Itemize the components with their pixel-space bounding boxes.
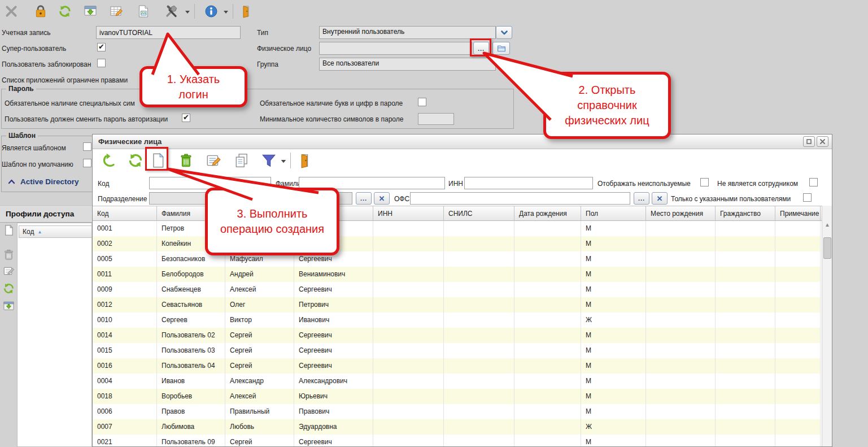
- new-record-icon[interactable]: [3, 224, 15, 236]
- filter-icon[interactable]: [261, 153, 277, 168]
- only-with-users-checkbox[interactable]: [803, 193, 812, 202]
- report-icon[interactable]: [137, 5, 150, 18]
- table-cell: [514, 328, 581, 343]
- tools-icon[interactable]: [165, 5, 178, 18]
- table-cell: М: [581, 404, 646, 419]
- must-change-checkbox[interactable]: [182, 114, 190, 122]
- undo-icon[interactable]: [101, 153, 117, 168]
- table-cell: Любовь: [225, 419, 294, 435]
- group-input[interactable]: Все пользователи: [319, 58, 496, 71]
- tools-dropdown-icon[interactable]: [184, 5, 191, 18]
- profiles-code-column-header[interactable]: Код ▲: [19, 225, 92, 238]
- table-row[interactable]: 0018ВоробьевАлексейЮрьевичМ: [93, 389, 821, 404]
- column-header[interactable]: Место рождения: [646, 206, 716, 221]
- maximize-button[interactable]: [803, 136, 815, 147]
- table-cell: Петрович: [294, 297, 373, 313]
- info-icon[interactable]: [204, 5, 218, 18]
- grid-save-icon[interactable]: [84, 5, 97, 18]
- person-open-button[interactable]: [492, 42, 510, 55]
- ofs-browse-button[interactable]: ...: [634, 192, 649, 205]
- table-row[interactable]: 0016Пользователь 04СергейСергеевичМ: [93, 358, 821, 374]
- department-label: Подразделение: [98, 195, 147, 203]
- table-cell: [716, 435, 775, 447]
- refresh-list-icon[interactable]: [3, 283, 15, 294]
- table-row[interactable]: 0021Пользователь 09СергейСергеевичМ: [93, 435, 821, 447]
- type-dropdown-button[interactable]: [496, 26, 512, 39]
- active-directory-section[interactable]: Active Directory: [8, 177, 79, 186]
- table-cell: [646, 328, 716, 343]
- table-row[interactable]: 0004ИвановАлександрАлександровичМ: [93, 374, 821, 389]
- edit-icon[interactable]: [206, 153, 221, 168]
- is-template-checkbox[interactable]: [83, 142, 91, 151]
- table-row[interactable]: 0010СергеевВикторИвановичЖ: [93, 313, 821, 328]
- filter-dropdown-icon[interactable]: [280, 153, 287, 168]
- edit-record-icon[interactable]: [3, 265, 15, 277]
- profiles-list[interactable]: [17, 223, 92, 447]
- table-row[interactable]: 0012СевастьяновОлегПетровичМ: [93, 297, 821, 313]
- table-cell: М: [581, 221, 646, 236]
- table-row[interactable]: 0001ПетровМ: [93, 221, 821, 236]
- close-icon[interactable]: [5, 5, 18, 18]
- department-clear-button[interactable]: ✕: [374, 192, 390, 205]
- scroll-up-icon[interactable]: ▲: [823, 222, 831, 231]
- persons-dialog-titlebar[interactable]: Физические лица: [93, 134, 832, 149]
- scrollbar-thumb[interactable]: [823, 237, 831, 259]
- letters-digits-checkbox[interactable]: [418, 98, 426, 106]
- table-cell: [373, 358, 444, 374]
- default-template-checkbox[interactable]: [83, 159, 91, 167]
- refresh-icon[interactable]: [58, 5, 72, 18]
- ofs-input[interactable]: [410, 192, 630, 205]
- copy-icon[interactable]: [234, 153, 250, 168]
- table-cell: [444, 251, 514, 267]
- ofs-clear-button[interactable]: ✕: [652, 192, 668, 205]
- table-row[interactable]: 0007ЛюбимоваЛюбовьЭдуардовнаЖ: [93, 419, 821, 435]
- delete-record-icon[interactable]: [3, 249, 15, 261]
- not-employee-checkbox[interactable]: [809, 178, 818, 186]
- table-cell: [646, 389, 716, 404]
- table-cell: [514, 267, 581, 282]
- blocked-checkbox[interactable]: [97, 59, 106, 67]
- table-row[interactable]: 0014Пользователь 02СергейСергеевичМ: [93, 328, 821, 343]
- table-row[interactable]: 0006ПравовПравильныйПравовичМ: [93, 404, 821, 419]
- column-header[interactable]: ИНН: [373, 206, 444, 221]
- table-cell: [373, 343, 444, 358]
- filter-inn-input[interactable]: [464, 177, 593, 189]
- type-combobox[interactable]: Внутренний пользователь: [319, 26, 496, 39]
- column-header[interactable]: Гражданство: [716, 206, 775, 221]
- profiles-panel-header[interactable]: Профили доступа: [0, 205, 92, 223]
- password-group-title: Пароль: [6, 85, 36, 93]
- person-input[interactable]: [319, 42, 472, 55]
- min-length-input[interactable]: [418, 113, 454, 125]
- close-dialog-button[interactable]: [817, 136, 828, 147]
- info-dropdown-icon[interactable]: [223, 5, 229, 18]
- table-row[interactable]: 0002КопейкинМ: [93, 236, 821, 251]
- column-header[interactable]: Пол: [581, 206, 646, 221]
- column-header[interactable]: Код: [93, 206, 157, 221]
- table-row[interactable]: 0005БезопасниковМафусаилСергеевичМ: [93, 251, 821, 267]
- department-browse-button[interactable]: ...: [356, 192, 372, 205]
- table-cell: [514, 389, 581, 404]
- grid-edit-icon[interactable]: [110, 5, 123, 18]
- column-header[interactable]: Примечание: [775, 206, 821, 221]
- table-row[interactable]: 0015Пользователь 03СергейСергеевичМ: [93, 343, 821, 358]
- refresh-icon[interactable]: [128, 153, 143, 168]
- show-unused-checkbox[interactable]: [700, 178, 709, 186]
- exit-icon[interactable]: [297, 153, 313, 168]
- delete-icon[interactable]: [178, 153, 194, 168]
- column-header[interactable]: СНИЛС: [444, 206, 514, 221]
- table-cell: Олег: [225, 297, 294, 313]
- column-header[interactable]: Дата рождения: [514, 206, 581, 221]
- grid-export-icon[interactable]: [3, 300, 15, 312]
- table-row[interactable]: 0009СнабженцевАлексейСергеевичМ: [93, 282, 821, 297]
- exit-icon[interactable]: [239, 5, 253, 18]
- table-cell: [373, 419, 444, 435]
- table-cell: Алексей: [225, 389, 294, 404]
- table-row[interactable]: 0011БелобородовАндрейВениаминовичМ: [93, 267, 821, 282]
- lock-icon[interactable]: [34, 5, 47, 18]
- account-input[interactable]: [96, 26, 241, 39]
- table-cell: Сергеевич: [294, 343, 373, 358]
- superuser-checkbox[interactable]: [97, 43, 106, 51]
- table-cell: [646, 221, 716, 236]
- person-label: Физическое лицо: [257, 45, 311, 53]
- vertical-scrollbar[interactable]: ▲: [822, 206, 832, 446]
